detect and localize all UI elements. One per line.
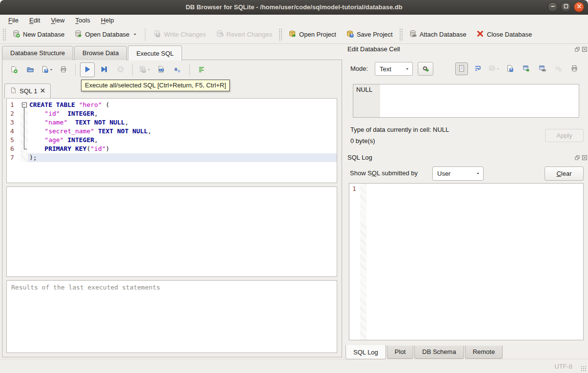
fold-marker xyxy=(20,109,28,118)
sql-code-editor[interactable]: 1CREATE TABLE "hero" (2 "id" INTEGER,3 "… xyxy=(6,98,337,183)
close-panel-icon[interactable] xyxy=(582,46,588,52)
sql-log-view[interactable]: 1 xyxy=(349,183,584,340)
dropdown-caret-icon xyxy=(147,68,151,72)
code-token: "hero" xyxy=(79,101,102,108)
code-token: ( xyxy=(102,101,110,108)
execute-sql-panel: aa SQL 1 1CREATE TABLE "hero" (2 "id" IN… xyxy=(2,60,342,357)
auto-complete-button[interactable]: aa xyxy=(170,62,185,77)
open-project-button[interactable]: Open Project xyxy=(284,27,341,41)
db-attach-icon xyxy=(409,30,417,39)
text-mode-button[interactable] xyxy=(455,62,468,75)
code-token: INTEGER xyxy=(67,110,94,117)
code-token: "id" xyxy=(90,145,105,152)
find-replace-button[interactable] xyxy=(154,62,168,77)
edit-cell-panel-buttons xyxy=(574,46,588,52)
cell-value-editor[interactable]: NULL xyxy=(353,84,579,118)
set-null-button xyxy=(552,62,565,75)
new-sql-tab-button[interactable] xyxy=(6,62,21,77)
dock-tab-db-schema[interactable]: DB Schema xyxy=(414,346,464,359)
db-new-icon xyxy=(12,30,20,39)
menu-file[interactable]: File xyxy=(3,16,24,25)
tab-execute-sql[interactable]: Execute SQL xyxy=(128,45,182,61)
menu-edit[interactable]: Edit xyxy=(24,16,45,25)
play-icon xyxy=(83,65,91,75)
new-database-button[interactable]: New Database xyxy=(7,27,69,41)
toolbar-button-label: New Database xyxy=(23,31,64,38)
print-sql-button[interactable] xyxy=(56,62,71,77)
menu-help[interactable]: Help xyxy=(96,16,120,25)
db-open-icon xyxy=(74,30,82,39)
tab-browse-data[interactable]: Browse Data xyxy=(74,46,127,60)
minimize-button[interactable] xyxy=(547,2,558,12)
results-grid-pane xyxy=(6,186,337,277)
code-line[interactable]: "secret_name" TEXT NOT NULL, xyxy=(28,127,337,136)
mode-select[interactable]: Text xyxy=(375,62,413,76)
clear-log-button[interactable]: Clear xyxy=(545,166,584,181)
export-window-icon xyxy=(522,64,530,74)
editor-line: 1CREATE TABLE "hero" ( xyxy=(7,101,337,109)
code-token: "id" xyxy=(44,110,60,117)
execute-current-line-button[interactable] xyxy=(97,62,111,77)
save-sql-file-button[interactable] xyxy=(40,62,54,77)
fold-marker xyxy=(20,118,28,127)
encoding-indicator: UTF-8 xyxy=(554,363,572,370)
window-title: DB Browser for SQLite - /home/user/code/… xyxy=(0,0,588,15)
cell-editor-content[interactable] xyxy=(380,84,579,117)
toolbar-separator xyxy=(189,64,190,76)
sql-log-filter-value: User xyxy=(437,170,476,177)
tab-database-structure[interactable]: Database Structure xyxy=(2,46,73,60)
tab-sql-1[interactable]: SQL 1 xyxy=(4,83,51,99)
export-data-button[interactable] xyxy=(504,62,516,75)
code-line[interactable]: CREATE TABLE "hero" ( xyxy=(28,101,337,109)
tab-close-icon[interactable] xyxy=(40,87,45,95)
line-number: 1 xyxy=(7,101,20,109)
execute-sql-button[interactable] xyxy=(80,62,95,77)
open-external-button[interactable] xyxy=(520,62,532,75)
attach-database-button[interactable]: Attach Database xyxy=(404,27,471,41)
autocomplete-icon: aa xyxy=(174,65,182,75)
maximize-button[interactable] xyxy=(561,2,571,12)
close-panel-icon[interactable] xyxy=(582,155,588,161)
cell-editor-toolbar xyxy=(455,62,581,75)
log-content xyxy=(366,184,583,340)
float-panel-icon[interactable] xyxy=(574,155,580,161)
open-database-button[interactable]: Open Database xyxy=(69,27,142,41)
fold-marker[interactable] xyxy=(20,101,28,109)
dock-tab-sql-log[interactable]: SQL Log xyxy=(345,345,386,359)
code-line[interactable]: PRIMARY KEY("id") xyxy=(28,145,337,153)
toolbar-button-label: Save Project xyxy=(357,31,393,38)
sql-log-filter-select[interactable]: User xyxy=(432,166,484,181)
close-button[interactable] xyxy=(574,2,584,12)
print-icon xyxy=(60,65,67,75)
code-line[interactable]: "age" INTEGER, xyxy=(28,136,337,145)
code-line[interactable]: "id" INTEGER, xyxy=(28,109,337,118)
auto-apply-button[interactable] xyxy=(418,62,433,76)
dock-tab-remote[interactable]: Remote xyxy=(465,346,503,359)
main-toolbar: New DatabaseOpen DatabaseWrite ChangesRe… xyxy=(0,25,588,44)
dock-tab-plot[interactable]: Plot xyxy=(387,346,413,359)
float-panel-icon[interactable] xyxy=(574,46,580,52)
word-wrap-button[interactable] xyxy=(471,62,484,75)
menu-view[interactable]: View xyxy=(45,16,70,25)
print-cell-button[interactable] xyxy=(568,62,581,75)
revert-changes-button: Revert Changes xyxy=(211,27,277,41)
code-line[interactable]: ); xyxy=(28,153,337,162)
sql-log-panel-title: SQL Log xyxy=(347,154,372,161)
format-sql-button[interactable] xyxy=(194,62,209,77)
menu-tools[interactable]: Tools xyxy=(70,16,95,25)
save-results-icon xyxy=(139,65,146,75)
open-sql-icon xyxy=(26,65,34,75)
mode-select-value: Text xyxy=(380,65,405,73)
toolbar-button-label: Revert Changes xyxy=(226,31,272,38)
code-line[interactable]: "name" TEXT NOT NULL, xyxy=(28,118,337,127)
svg-text:a: a xyxy=(178,68,180,73)
project-save-icon xyxy=(346,30,354,39)
copy-link-button[interactable] xyxy=(536,62,548,75)
menubar: FileEditViewToolsHelp xyxy=(0,15,588,25)
open-sql-file-button[interactable] xyxy=(23,62,38,77)
toolbar-separator xyxy=(132,64,133,76)
resize-grip[interactable] xyxy=(581,366,587,372)
close-database-button[interactable]: Close Database xyxy=(471,27,537,41)
save-project-button[interactable]: Save Project xyxy=(341,27,398,41)
code-token xyxy=(94,127,98,135)
